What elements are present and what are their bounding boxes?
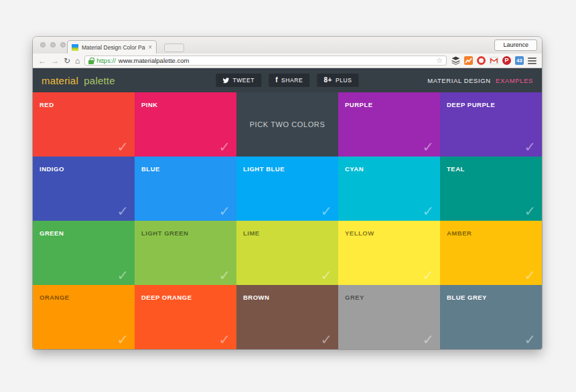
palette-cell-blue[interactable]: BLUE ✓ [135, 157, 236, 221]
palette-cell-label: ORANGE [40, 294, 70, 301]
palette-cell-label: DEEP ORANGE [141, 294, 192, 301]
check-icon: ✓ [524, 268, 536, 282]
check-icon: ✓ [117, 204, 129, 218]
palette-cell-label: GREEN [40, 229, 64, 237]
new-tab-button[interactable] [164, 43, 184, 52]
check-icon: ✓ [117, 140, 129, 154]
back-icon[interactable]: ← [38, 57, 46, 65]
palette-cell-label: RED [40, 101, 54, 108]
palette-cell-label: PINK [141, 101, 158, 108]
facebook-icon: f [275, 77, 278, 84]
logo-word-palette: palette [84, 75, 115, 86]
palette-cell-label: AMBER [447, 229, 472, 237]
minimize-window-button[interactable] [50, 42, 56, 47]
palette-cell-deep-purple[interactable]: DEEP PURPLE ✓ [440, 92, 542, 157]
plus-button-label: PLUS [336, 77, 352, 84]
palette-cell-label: GREY [345, 294, 364, 301]
site-logo[interactable]: material palette [42, 75, 115, 86]
close-window-button[interactable] [40, 42, 46, 47]
header-nav: MATERIAL DESIGN EXAMPLES [427, 77, 533, 84]
palette-cell-pink[interactable]: PINK ✓ [135, 92, 236, 157]
check-icon: ✓ [422, 204, 434, 218]
zoom-window-button[interactable] [60, 42, 66, 47]
tab-close-icon[interactable]: × [148, 44, 152, 51]
palette-cell-label: YELLOW [345, 229, 374, 237]
check-icon: ✓ [320, 268, 332, 282]
layers-extension-icon[interactable] [451, 56, 460, 65]
browser-tab[interactable]: Material Design Color Pale × [67, 40, 157, 54]
pinterest-extension-icon[interactable]: P [502, 56, 511, 65]
counter-extension-icon[interactable]: 43 [515, 56, 524, 65]
google-plus-icon: 8+ [323, 77, 332, 84]
palette-cell-yellow[interactable]: YELLOW ✓ [338, 221, 440, 285]
browser-toolbar: ← → ↻ ⌂ https:// www.materialpalette.com… [33, 54, 542, 68]
palette-cell-label: LIGHT GREEN [141, 229, 188, 237]
palette-cell-blue-grey[interactable]: BLUE GREY ✓ [440, 285, 542, 349]
check-icon: ✓ [218, 268, 230, 282]
nav-examples-link[interactable]: EXAMPLES [496, 77, 533, 84]
palette-cell-teal[interactable]: TEAL ✓ [440, 157, 542, 221]
site-header: material palette TWEET f SHARE 8+ PLUS [33, 68, 542, 92]
share-button-label: SHARE [281, 77, 303, 84]
palette-cell-purple[interactable]: PURPLE ✓ [338, 92, 440, 157]
plus-button[interactable]: 8+ PLUS [317, 74, 358, 87]
bookmark-star-icon[interactable]: ☆ [436, 57, 443, 64]
forward-icon[interactable]: → [51, 57, 59, 65]
window-titlebar: Material Design Color Pale × Laurence [33, 37, 542, 54]
palette-cell-label: DEEP PURPLE [447, 101, 495, 108]
palette-cell-red[interactable]: RED ✓ [33, 92, 135, 157]
site-favicon-icon [72, 44, 78, 51]
palette-cell-label: INDIGO [40, 165, 64, 173]
home-icon[interactable]: ⌂ [75, 57, 80, 65]
palette-cell-label: BLUE GREY [447, 294, 487, 301]
palette-cell-deep-orange[interactable]: DEEP ORANGE ✓ [135, 285, 236, 349]
palette-cell-label: CYAN [345, 165, 364, 173]
nav-material-design-link[interactable]: MATERIAL DESIGN [427, 77, 491, 84]
address-bar[interactable]: https:// www.materialpalette.com ☆ [84, 56, 447, 66]
reload-icon[interactable]: ↻ [64, 57, 70, 65]
browser-window: Material Design Color Pale × Laurence ← … [33, 37, 542, 349]
palette-cell-label: TEAL [447, 165, 465, 173]
palette-cell-amber[interactable]: AMBER ✓ [440, 221, 542, 285]
tab-title: Material Design Color Pale [82, 44, 145, 51]
check-icon: ✓ [422, 140, 434, 154]
check-icon: ✓ [524, 332, 536, 347]
check-icon: ✓ [320, 204, 332, 218]
window-controls [40, 42, 66, 47]
palette-cell-indigo[interactable]: INDIGO ✓ [33, 157, 135, 221]
palette-cell-light-green[interactable]: LIGHT GREEN ✓ [135, 221, 236, 285]
opera-extension-icon[interactable] [477, 56, 486, 65]
check-icon: ✓ [218, 140, 230, 154]
url-host: www.materialpalette.com [119, 57, 190, 64]
palette-grid: RED ✓ PINK ✓ PICK TWO COLORS PURPLE ✓ DE… [33, 92, 542, 349]
logo-word-material: material [42, 75, 78, 86]
check-icon: ✓ [524, 140, 536, 154]
share-button[interactable]: f SHARE [269, 74, 309, 87]
chrome-menu-icon[interactable] [528, 56, 536, 65]
extension-icons: P 43 [451, 56, 536, 65]
palette-cell-label: LIME [243, 229, 260, 237]
pick-two-colors-tile: PICK TWO COLORS [236, 92, 338, 157]
check-icon: ✓ [422, 268, 434, 282]
check-icon: ✓ [117, 268, 129, 282]
gmail-extension-icon[interactable] [490, 57, 498, 64]
ssl-lock-icon [88, 58, 94, 64]
palette-cell-grey[interactable]: GREY ✓ [338, 285, 440, 349]
tweet-button-label: TWEET [232, 77, 255, 84]
tweet-button[interactable]: TWEET [216, 74, 261, 87]
desktop-background: Material Design Color Pale × Laurence ← … [0, 0, 576, 392]
palette-cell-brown[interactable]: BROWN ✓ [236, 285, 338, 349]
palette-cell-label: BLUE [141, 165, 160, 173]
palette-cell-label: PURPLE [345, 101, 373, 108]
palette-cell-cyan[interactable]: CYAN ✓ [338, 157, 440, 221]
check-icon: ✓ [218, 204, 230, 218]
check-icon: ✓ [524, 204, 536, 218]
palette-cell-orange[interactable]: ORANGE ✓ [33, 285, 135, 349]
palette-cell-green[interactable]: GREEN ✓ [33, 221, 135, 285]
pick-two-colors-label: PICK TWO COLORS [250, 120, 326, 128]
analytics-extension-icon[interactable] [464, 56, 473, 65]
profile-button[interactable]: Laurence [494, 39, 537, 51]
palette-cell-light-blue[interactable]: LIGHT BLUE ✓ [236, 157, 338, 221]
share-buttons: TWEET f SHARE 8+ PLUS [216, 74, 358, 87]
palette-cell-lime[interactable]: LIME ✓ [236, 221, 338, 285]
